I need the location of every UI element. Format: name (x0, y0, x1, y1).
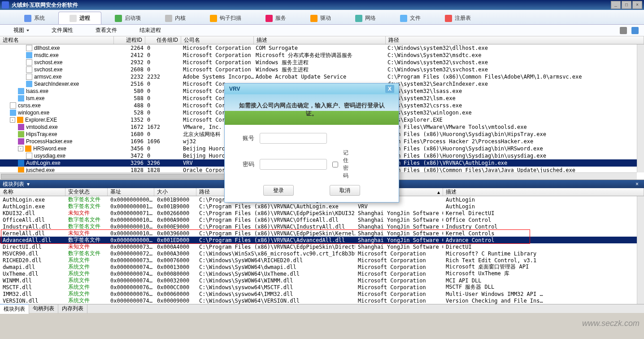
tab-start[interactable]: 启动项 (104, 12, 152, 24)
view-file-button[interactable]: 查看文件 (96, 26, 117, 34)
tree-expand-icon[interactable]: - (18, 146, 23, 151)
panel-close-icon[interactable]: × (633, 181, 641, 187)
col-mod-base[interactable]: 基址 (108, 188, 154, 196)
remember-checkbox-input[interactable] (332, 162, 338, 167)
cell-tgid: 1672 (145, 124, 181, 130)
module-row[interactable]: AuthLogin.exe数字签名文件0x0000000001…0x001B90… (0, 203, 637, 210)
end-process-button[interactable]: 结束进程 (139, 26, 161, 34)
account-input[interactable] (260, 133, 327, 144)
tab-file[interactable]: 文件 (389, 12, 431, 24)
file-attributes-button[interactable]: 文件属性 (52, 26, 73, 34)
mcell-size: 0x001B9000 (154, 203, 196, 210)
col-description[interactable]: 描述 (254, 36, 386, 44)
col-pid[interactable]: 进程ID (114, 36, 145, 44)
col-mod-name[interactable]: 名称 (0, 188, 65, 196)
cell-path: C:\Program Files (x86)\Common Files\Adob… (386, 74, 637, 80)
process-row[interactable]: msdtc.exe24120Microsoft CorporationMicro… (0, 52, 637, 59)
module-row[interactable]: WINMM.dll系统文件0x0000000074…0x00032000C:\W… (0, 277, 637, 284)
process-icon (18, 88, 24, 94)
mcell-path: C:\Windows\SysWOW64\dwmapi.dll (196, 264, 355, 270)
search-icon[interactable] (620, 27, 627, 34)
cell-pid: 588 (114, 95, 145, 101)
mcell-company: Microsoft Corporation (355, 251, 443, 257)
module-row[interactable]: RICHED20.dll系统文件0x0000000073…0x00076000C… (0, 257, 637, 264)
account-label: 账号 (238, 134, 254, 142)
panel-dropdown-icon[interactable]: ▾ (24, 181, 32, 187)
mcell-desc: MSCTF 服务器 DLL (443, 283, 637, 291)
mcell-size: 0x00396000 (154, 230, 196, 237)
process-row[interactable]: dllhost.exe22640Microsoft CorporationCOM… (0, 44, 637, 52)
module-row[interactable]: IndustryAll.dll数字签名文件0x0000000010…0x000E… (0, 223, 637, 230)
module-vertical-scrollbar[interactable] (637, 196, 644, 304)
mcell-base: 0x0000000010… (108, 224, 154, 230)
tab-proc[interactable]: 进程 (58, 12, 101, 24)
process-icon (18, 95, 24, 101)
process-row[interactable]: armsvc.exe22322232Adobe Systems Incorpo…… (0, 73, 637, 80)
maximize-button[interactable]: □ (622, 1, 631, 9)
cell-pid: 3472 (114, 153, 145, 159)
tab-driv[interactable]: 驱动 (300, 12, 342, 24)
tab-label: 启动项 (125, 14, 141, 22)
dialog-close-icon[interactable]: X (385, 85, 394, 93)
cell-tgid: 0 (145, 66, 181, 73)
minimize-button[interactable]: _ (611, 1, 621, 9)
module-row[interactable]: MSVCR90.dll数字签名文件0x0000000072…0x000A3000… (0, 250, 637, 257)
col-mod-security[interactable]: 安全状态 (65, 188, 108, 196)
col-mod-desc[interactable]: 描述 (443, 188, 644, 196)
mcell-path: C:\Program Files (x86)\VRVNAC\OfficeAll.… (196, 217, 355, 223)
cell-tgid: 0 (145, 45, 181, 51)
vertical-scrollbar[interactable] (637, 44, 644, 172)
col-tgid[interactable]: 任务组ID (145, 36, 181, 44)
col-mod-size[interactable]: 大小 (154, 188, 196, 196)
mcell-size: 0x001ED000 (154, 237, 196, 243)
process-name-cell: -HRSword.exe (0, 145, 114, 152)
col-process-name[interactable]: 进程名 (0, 36, 114, 44)
bottom-tab[interactable]: 内存列表 (58, 304, 87, 313)
process-name-cell: ProcessHacker.exe (0, 138, 114, 145)
bottom-tab[interactable]: 句柄列表 (29, 304, 58, 313)
process-icon (26, 66, 32, 73)
tab-reg[interactable]: 注册表 (434, 12, 482, 24)
module-row[interactable]: OfficeAll.dll数字签名文件0x0000000010…0x000A90… (0, 216, 637, 223)
module-row[interactable]: AdvancedAll.dll数字签名文件0x0000000000…0x001E… (0, 237, 637, 243)
module-row[interactable]: UxTheme.dll系统文件0x0000000074…0x00080000C:… (0, 270, 637, 277)
remember-password-checkbox[interactable]: 记住密码 (332, 149, 348, 180)
cell-path: dows\system32\SearchIndexer.exe (386, 81, 637, 87)
login-button[interactable]: 登录 (263, 185, 294, 196)
col-company[interactable]: 公司名 (181, 36, 254, 44)
tab-net[interactable]: 网络 (344, 12, 387, 24)
cancel-button[interactable]: 取消 (330, 185, 360, 196)
col-path[interactable]: 路径 (386, 36, 644, 44)
process-icon (18, 131, 24, 137)
tab-sys[interactable]: 系统 (13, 12, 56, 24)
cell-company: Adobe Systems Incorpo… (181, 74, 254, 80)
password-input[interactable] (260, 159, 327, 170)
module-row[interactable]: VERSION.dll系统文件0x0000000074…0x00009000C:… (0, 297, 637, 304)
process-name-cell: AuthLogin.exe (0, 160, 114, 166)
module-row[interactable]: KernelAll.dll未知文件0x0000000010…0x00396000… (0, 230, 637, 237)
mcell-name: AuthLogin.exe (0, 203, 65, 210)
mcell-base: 0x0000000076… (108, 291, 154, 297)
tab-hook[interactable]: 钩子扫描 (199, 12, 252, 24)
view-dropdown[interactable]: 视图 (13, 26, 29, 34)
tab-serv[interactable]: 服务 (255, 12, 297, 24)
module-row[interactable]: KDUI32.dll未知文件0x0000000071…0x00266000C:\… (0, 210, 637, 216)
module-row[interactable]: IMM32.dll系统文件0x0000000076…0x00060000C:\W… (0, 291, 637, 297)
mcell-desc: Industry Control (443, 224, 637, 230)
process-icon (26, 153, 32, 159)
tab-kern[interactable]: 内核 (154, 12, 196, 24)
cell-tgid: 1696 (145, 138, 181, 145)
module-row[interactable]: MSCTF.dll系统文件0x0000000076…0x000CC000C:\W… (0, 284, 637, 291)
module-list[interactable]: 名称 安全状态 基址 大小 路径 公司名▴ 描述 AuthLogin.exe数字… (0, 188, 644, 304)
close-button[interactable]: × (632, 1, 642, 9)
cell-path: dows\system32\csrss.exe (386, 102, 637, 109)
cell-pid: 1680 (114, 131, 145, 137)
bottom-tab[interactable]: 模块列表 (0, 304, 29, 314)
module-row[interactable]: DirectUI.dll未知文件0x0000000073…0x000A4000C… (0, 243, 637, 250)
process-row[interactable]: svchost.exe29320Microsoft CorporationWin… (0, 59, 637, 66)
refresh-icon[interactable] (631, 27, 639, 34)
module-row[interactable]: dwmapi.dll系统文件0x0000000074…0x00013000C:\… (0, 264, 637, 270)
cell-tgid: 0 (145, 117, 181, 123)
process-row[interactable]: svchost.exe26080Microsoft CorporationWin… (0, 66, 637, 73)
tree-expand-icon[interactable]: - (10, 117, 15, 123)
